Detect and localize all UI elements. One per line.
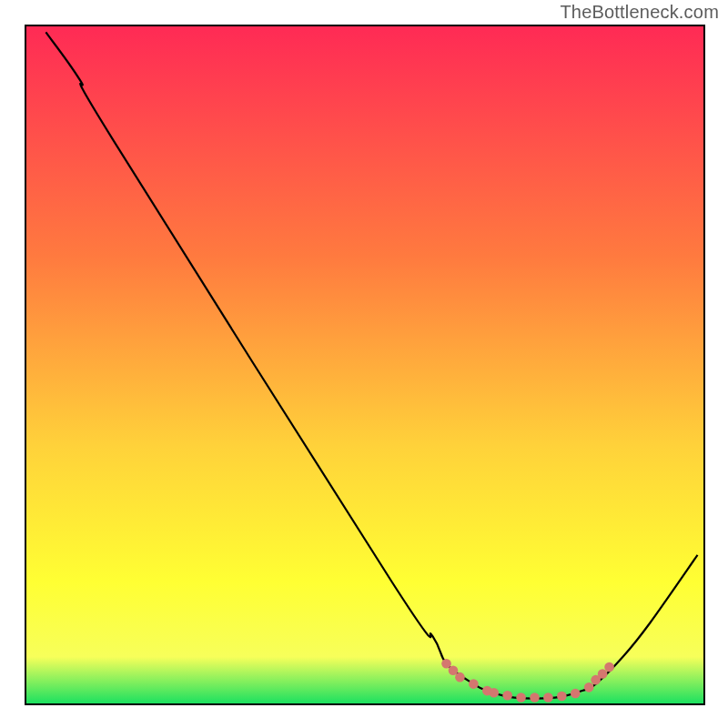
highlight-dot [557, 692, 567, 702]
highlight-dot [571, 689, 581, 699]
highlight-dot [449, 665, 459, 675]
highlight-dot [489, 688, 499, 698]
plot-background [25, 25, 704, 704]
highlight-dot [604, 662, 614, 672]
highlight-dot [469, 679, 479, 689]
highlight-dot [502, 691, 512, 701]
highlight-dot [455, 672, 465, 682]
highlight-dot [530, 693, 540, 703]
highlight-dot [598, 669, 608, 679]
watermark-text: TheBottleneck.com [560, 2, 719, 23]
highlight-dot [516, 693, 526, 703]
highlight-dot [441, 659, 451, 669]
highlight-dot [543, 693, 553, 703]
bottleneck-chart [0, 0, 728, 728]
chart-stage: { "watermark": "TheBottleneck.com", "col… [0, 0, 728, 728]
highlight-dot [584, 682, 594, 693]
